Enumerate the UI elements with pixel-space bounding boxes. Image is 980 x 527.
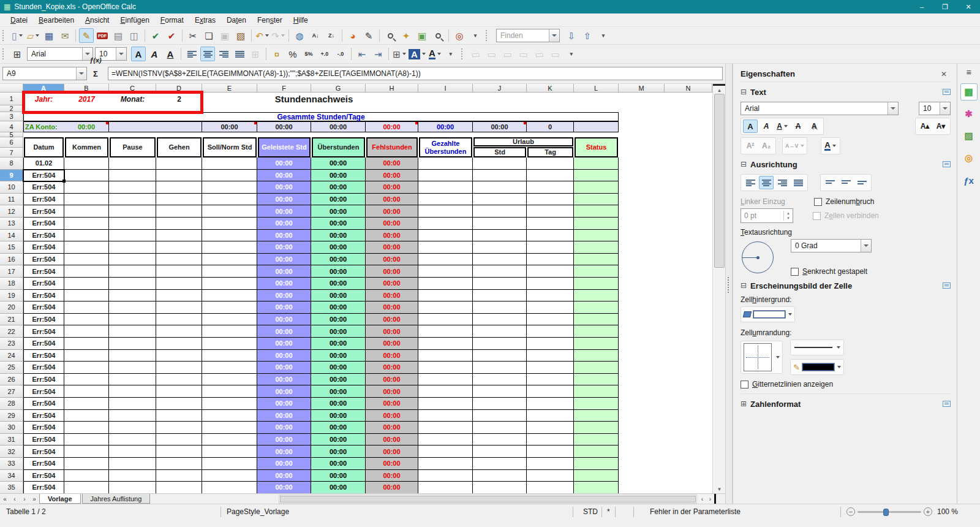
- cell-C8[interactable]: [109, 157, 156, 170]
- cell-F26[interactable]: 00:00: [257, 374, 311, 386]
- cell-A17[interactable]: Err:504: [23, 265, 64, 278]
- cell-C24[interactable]: [109, 350, 156, 362]
- cell-J13[interactable]: [473, 218, 527, 230]
- cell-D19[interactable]: [156, 290, 202, 302]
- cell-G21[interactable]: 00:00: [311, 314, 366, 326]
- cell-I16[interactable]: [418, 254, 473, 266]
- cell-L31[interactable]: [574, 434, 619, 446]
- center-vertically-button-inner[interactable]: [842, 180, 851, 186]
- cell-B24[interactable]: [64, 350, 109, 362]
- cell-A8[interactable]: 01.02: [23, 157, 64, 170]
- cell-A25[interactable]: Err:504: [23, 362, 64, 374]
- cell-A4[interactable]: ZA Konto:: [23, 121, 64, 132]
- cell-G12[interactable]: 00:00: [311, 205, 366, 218]
- cell-F34[interactable]: 00:00: [257, 470, 311, 482]
- cell-J16[interactable]: [473, 254, 527, 266]
- cell-L32[interactable]: [574, 445, 619, 458]
- cell-H18[interactable]: 00:00: [366, 278, 418, 290]
- scroll-down-icon[interactable]: ▼: [713, 485, 726, 493]
- cell-A19[interactable]: Err:504: [23, 290, 64, 302]
- cell-C4[interactable]: [109, 121, 202, 132]
- cell-I4[interactable]: 00:00: [418, 121, 473, 132]
- font-size-dropdown-icon[interactable]: [116, 48, 126, 60]
- cell-H16[interactable]: 00:00: [366, 254, 418, 266]
- cell-H15[interactable]: 00:00: [366, 241, 418, 254]
- line-color-dropdown-icon[interactable]: [837, 366, 841, 368]
- column-header-M[interactable]: M: [619, 84, 665, 93]
- add-decimal-button[interactable]: +.0: [317, 47, 332, 61]
- cell-K20[interactable]: [527, 301, 574, 314]
- cell-H20[interactable]: 00:00: [366, 301, 418, 314]
- column-header-F[interactable]: F: [257, 84, 311, 93]
- cell-L25[interactable]: [574, 362, 619, 374]
- underline-button[interactable]: A: [775, 119, 790, 133]
- function-wizard-button[interactable]: ƒ(x): [88, 53, 104, 67]
- cell-B25[interactable]: [64, 362, 109, 374]
- find-next-button[interactable]: ⇩: [564, 28, 579, 43]
- cell-J12[interactable]: [473, 205, 527, 218]
- cell-D8[interactable]: [156, 157, 202, 170]
- cell-J34[interactable]: [473, 470, 527, 482]
- align-justified-button[interactable]: [232, 47, 247, 61]
- cell-F14[interactable]: 00:00: [257, 230, 311, 242]
- cell-I20[interactable]: [418, 301, 473, 314]
- cell-G20[interactable]: 00:00: [311, 301, 366, 314]
- cell-border-dropdown[interactable]: [741, 341, 783, 374]
- sidebar-font-color-button[interactable]: A: [823, 139, 838, 153]
- header-urlaub[interactable]: Urlaub: [473, 137, 573, 146]
- cell-G8[interactable]: 00:00: [311, 157, 366, 170]
- font-name-dropdown-icon[interactable]: [888, 102, 898, 115]
- cell-H33[interactable]: 00:00: [366, 458, 418, 470]
- cell-D14[interactable]: [156, 230, 202, 242]
- cell-I34[interactable]: [418, 470, 473, 482]
- hyperlink-button[interactable]: ◍: [292, 28, 307, 43]
- cell-J30[interactable]: [473, 422, 527, 434]
- standard-toolbar-overflow-button[interactable]: ▾: [468, 28, 483, 43]
- cell-J9[interactable]: [473, 170, 527, 182]
- cell-E29[interactable]: [202, 410, 257, 422]
- column-header-L[interactable]: L: [574, 84, 619, 93]
- cell-A35[interactable]: Err:504: [23, 482, 64, 493]
- cell-L30[interactable]: [574, 422, 619, 434]
- font-color-button[interactable]: A: [428, 47, 442, 61]
- shadow-button[interactable]: A: [807, 119, 821, 133]
- cell-F4[interactable]: 00:00: [257, 121, 311, 132]
- cell-B26[interactable]: [64, 374, 109, 386]
- cell-I31[interactable]: [418, 434, 473, 446]
- cell-I21[interactable]: [418, 314, 473, 326]
- font-size-dropdown-icon[interactable]: [940, 102, 950, 115]
- cell-A30[interactable]: Err:504: [23, 422, 64, 434]
- menu-ansicht[interactable]: Ansicht: [80, 15, 115, 26]
- cell-I29[interactable]: [418, 410, 473, 422]
- cell-D20[interactable]: [156, 301, 202, 314]
- cell-B20[interactable]: [64, 301, 109, 314]
- cell-F33[interactable]: 00:00: [257, 458, 311, 470]
- underline-button[interactable]: A: [163, 47, 178, 61]
- help-button[interactable]: ◎: [452, 28, 467, 43]
- cell-D21[interactable]: [156, 314, 202, 326]
- cell-D29[interactable]: [156, 410, 202, 422]
- dropdown-arrow-icon[interactable]: [19, 34, 23, 37]
- cell-K17[interactable]: [527, 265, 574, 278]
- cell-B23[interactable]: [64, 338, 109, 350]
- cell-C19[interactable]: [109, 290, 156, 302]
- cell-G18[interactable]: 00:00: [311, 278, 366, 290]
- cell-L10[interactable]: [574, 181, 619, 194]
- header-gezahlte-ueberstunden[interactable]: Gezahlte Überstunden: [419, 137, 472, 157]
- cell-K22[interactable]: [527, 325, 574, 338]
- cell-B9[interactable]: [64, 170, 109, 182]
- cell-E13[interactable]: [202, 218, 257, 230]
- cell-E26[interactable]: [202, 374, 257, 386]
- menu-hilfe[interactable]: Hilfe: [288, 15, 314, 26]
- cell-J19[interactable]: [473, 290, 527, 302]
- cell-C31[interactable]: [109, 434, 156, 446]
- cell-L12[interactable]: [574, 205, 619, 218]
- cell-H13[interactable]: 00:00: [366, 218, 418, 230]
- cell-K21[interactable]: [527, 314, 574, 326]
- align-bottom-button[interactable]: [854, 176, 869, 189]
- align-left-button[interactable]: [743, 176, 758, 189]
- pane-split-handle[interactable]: [714, 494, 716, 504]
- number-format-percent-button[interactable]: %: [285, 47, 300, 61]
- cell-K9[interactable]: [527, 170, 574, 182]
- background-color-button[interactable]: A: [408, 47, 426, 61]
